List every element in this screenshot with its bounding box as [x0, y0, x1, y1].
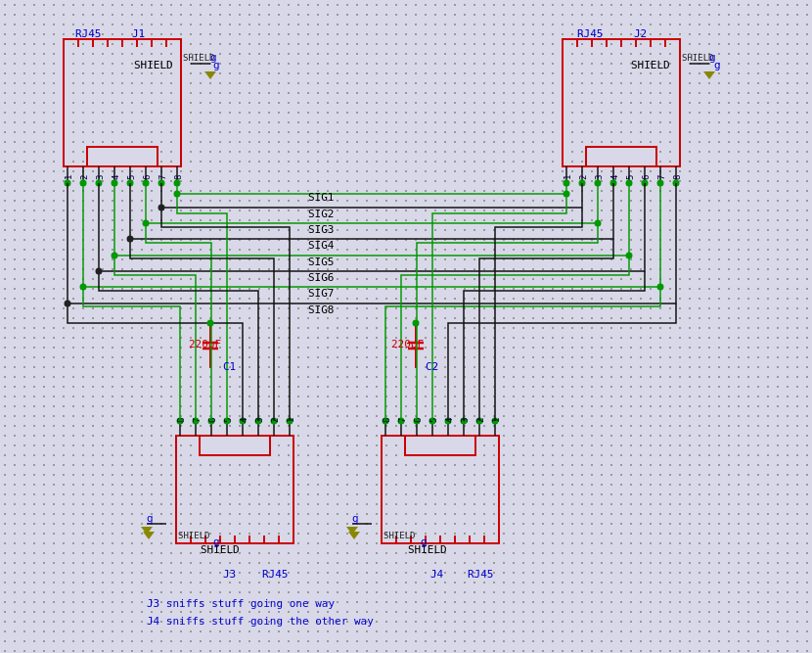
j4-id-label: J4: [430, 568, 443, 581]
sig6-label: SIG6: [308, 271, 335, 284]
j4-type-label: RJ45: [468, 568, 494, 581]
j3-gnd-label: g: [213, 536, 220, 548]
j3-id-label: J3: [223, 568, 236, 581]
sig7-label: SIG7: [308, 287, 335, 300]
annotation-j3: J3 sniffs stuff going one way: [147, 597, 335, 610]
j2-id-label: J2: [634, 27, 647, 40]
sig5-label: SIG5: [308, 256, 335, 268]
c2-value-label: 220pF: [391, 338, 424, 350]
j2-type-label: RJ45: [577, 27, 604, 40]
j4-shield-label: SHIELD: [408, 543, 447, 556]
c2-id-label: C2: [426, 360, 438, 373]
sig4-label: SIG4: [308, 239, 335, 252]
j2-shield-label: SHIELD: [631, 59, 670, 71]
j1-type-label: RJ45: [75, 27, 102, 40]
j4-gnd-label: g: [421, 536, 428, 548]
sig2-label: SIG2: [308, 208, 335, 220]
sig3-label: SIG3: [308, 223, 335, 236]
sig1-label: SIG1: [308, 191, 335, 204]
j3-shield-label: SHIELD: [201, 543, 240, 556]
j1-gnd-label: g: [213, 59, 220, 71]
j3-type-label: RJ45: [262, 568, 289, 581]
annotation-j4: J4 sniffs stuff going the other way: [147, 615, 374, 628]
j2-gnd-label: g: [714, 59, 721, 71]
sig8-label: SIG8: [308, 303, 335, 316]
j1-id-label: J1: [132, 27, 145, 40]
c1-value-label: 220pF: [189, 338, 221, 350]
j1-shield-label: SHIELD: [134, 59, 173, 71]
c1-id-label: C1: [223, 360, 236, 373]
